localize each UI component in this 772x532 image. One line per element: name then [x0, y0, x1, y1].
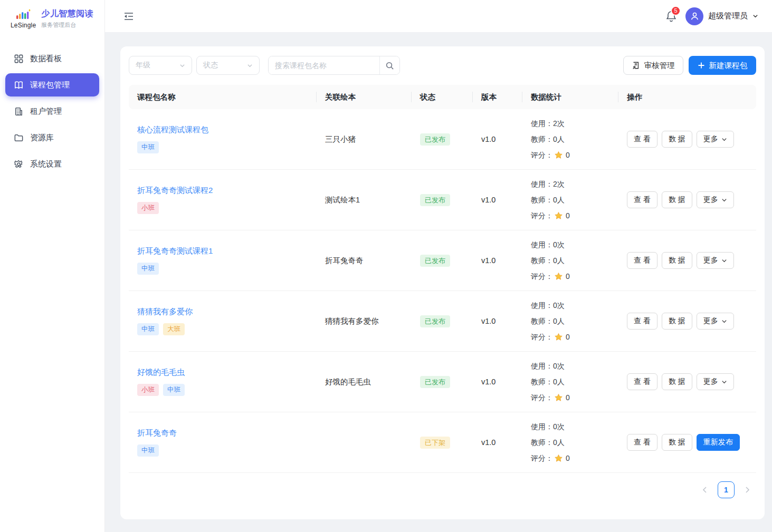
filters: 年级 状态 [129, 56, 400, 75]
teacher-stat: 教师：0人 [531, 313, 618, 329]
table-row: 折耳兔奇奇测试课程2 小班 测试绘本1 已发布 v1.0 使用：2次 教师：0人… [129, 170, 756, 230]
view-button[interactable]: 查 看 [627, 131, 657, 148]
data-button[interactable]: 数 据 [662, 434, 692, 451]
sidebar-item-course-packages[interactable]: 课程包管理 [5, 73, 99, 96]
sidebar-menu: 数据看板 课程包管理 租户管理 资源库 [0, 37, 104, 176]
rating-stat: 评分：0 [531, 450, 618, 466]
grade-tag: 中班 [137, 141, 159, 153]
view-button[interactable]: 查 看 [627, 191, 657, 208]
user-menu[interactable]: 超级管理员 [685, 7, 758, 25]
package-name-link[interactable]: 核心流程测试课程包 [137, 125, 208, 135]
star-icon [554, 333, 563, 342]
star-icon [554, 272, 563, 281]
package-name-link[interactable]: 折耳兔奇奇 [137, 428, 177, 438]
view-button[interactable]: 查 看 [627, 434, 657, 451]
filter-toolbar: 年级 状态 [129, 56, 756, 75]
version-text: v1.0 [473, 256, 522, 265]
more-button[interactable]: 更多 [697, 191, 734, 208]
star-icon [554, 393, 563, 402]
data-button[interactable]: 数 据 [662, 191, 692, 208]
view-button[interactable]: 查 看 [627, 373, 657, 390]
sidebar-item-settings[interactable]: 系统设置 [5, 152, 99, 176]
stats-block: 使用：0次 教师：0人 评分：0 [522, 358, 618, 405]
view-button[interactable]: 查 看 [627, 252, 657, 269]
related-book: 三只小猪 [317, 134, 412, 144]
sidebar-item-tenants[interactable]: 租户管理 [5, 100, 99, 123]
column-header-actions: 操作 [618, 85, 756, 109]
status-filter-placeholder: 状态 [203, 61, 218, 70]
course-package-table: 课程包名称 关联绘本 状态 版本 数据统计 操作 核心流程测试课程包 中班 三只… [129, 85, 756, 473]
package-name-link[interactable]: 折耳兔奇奇测试课程1 [137, 246, 213, 256]
search-input[interactable] [269, 56, 379, 74]
chevron-down-icon [721, 258, 727, 264]
republish-button[interactable]: 重新发布 [697, 434, 740, 451]
chevron-down-icon [721, 379, 727, 385]
next-page-icon[interactable] [744, 486, 751, 494]
page-number[interactable]: 1 [718, 481, 735, 498]
table-row: 猜猜我有多爱你 中班 大班 猜猜我有多爱你 已发布 v1.0 使用：0次 教师：… [129, 291, 756, 352]
sidebar: LeSingle 少儿智慧阅读 服务管理后台 数据看板 课程包管理 [0, 0, 105, 532]
data-button[interactable]: 数 据 [662, 252, 692, 269]
teacher-stat: 教师：0人 [531, 253, 618, 268]
status-badge: 已发布 [420, 255, 450, 267]
data-button[interactable]: 数 据 [662, 373, 692, 390]
star-icon [554, 211, 563, 220]
teacher-stat: 教师：0人 [531, 192, 618, 208]
usage-stat: 使用：2次 [531, 176, 618, 192]
view-button[interactable]: 查 看 [627, 313, 657, 330]
sidebar-item-label: 数据看板 [30, 54, 62, 64]
chevron-down-icon [179, 63, 185, 69]
data-button[interactable]: 数 据 [662, 131, 692, 148]
more-button[interactable]: 更多 [697, 252, 734, 269]
sidebar-item-label: 课程包管理 [30, 80, 70, 90]
prev-page-icon[interactable] [701, 486, 709, 494]
more-button[interactable]: 更多 [697, 373, 734, 390]
table-row: 核心流程测试课程包 中班 三只小猪 已发布 v1.0 使用：2次 教师：0人 评… [129, 109, 756, 170]
rating-stat: 评分：0 [531, 329, 618, 345]
pagination: 1 [129, 481, 756, 498]
status-badge: 已发布 [420, 376, 450, 388]
column-header-book: 关联绘本 [317, 85, 412, 109]
audit-manage-button[interactable]: 审核管理 [623, 56, 683, 75]
sidebar-item-resources[interactable]: 资源库 [5, 126, 99, 149]
star-icon [554, 151, 563, 160]
usage-stat: 使用：0次 [531, 419, 618, 434]
more-button[interactable]: 更多 [697, 131, 734, 148]
column-header-status: 状态 [412, 85, 473, 109]
header-right: 5 超级管理员 [665, 7, 758, 25]
package-name-link[interactable]: 猜猜我有多爱你 [137, 307, 193, 317]
logo-bars-icon [14, 8, 32, 21]
rating-stat: 评分：0 [531, 390, 618, 405]
grade-tag: 小班 [137, 202, 159, 214]
stats-block: 使用：2次 教师：0人 评分：0 [522, 115, 618, 163]
chevron-down-icon [721, 197, 727, 203]
building-icon [14, 107, 24, 117]
table-row: 折耳兔奇奇 中班 已下架 v1.0 使用：0次 教师：0人 评分：0 查 看 数… [129, 412, 756, 473]
usage-stat: 使用：0次 [531, 237, 618, 253]
sidebar-item-dashboard[interactable]: 数据看板 [5, 47, 99, 70]
more-button[interactable]: 更多 [697, 313, 734, 330]
grade-tag: 小班 [137, 384, 159, 395]
version-text: v1.0 [473, 378, 522, 386]
grade-tag: 中班 [137, 263, 159, 274]
data-button[interactable]: 数 据 [662, 313, 692, 330]
package-name-link[interactable]: 折耳兔奇奇测试课程2 [137, 186, 213, 196]
stats-block: 使用：0次 教师：0人 评分：0 [522, 237, 618, 284]
chevron-down-icon [721, 137, 727, 142]
table-header: 课程包名称 关联绘本 状态 版本 数据统计 操作 [129, 85, 756, 109]
chevron-down-icon [752, 13, 758, 19]
package-name-link[interactable]: 好饿的毛毛虫 [137, 367, 185, 378]
user-icon [690, 11, 700, 21]
folder-icon [14, 133, 24, 143]
status-filter-select[interactable]: 状态 [196, 56, 260, 75]
search-button[interactable] [379, 56, 399, 74]
notification-bell[interactable]: 5 [665, 10, 677, 23]
sidebar-item-label: 资源库 [30, 133, 54, 143]
notification-badge: 5 [671, 6, 681, 16]
grade-filter-select[interactable]: 年级 [129, 56, 192, 75]
menu-fold-icon[interactable] [123, 11, 135, 22]
column-header-name: 课程包名称 [129, 85, 317, 109]
brand-logo: LeSingle [11, 8, 36, 29]
sidebar-item-label: 系统设置 [30, 159, 62, 169]
create-package-button[interactable]: 新建课程包 [689, 56, 757, 75]
